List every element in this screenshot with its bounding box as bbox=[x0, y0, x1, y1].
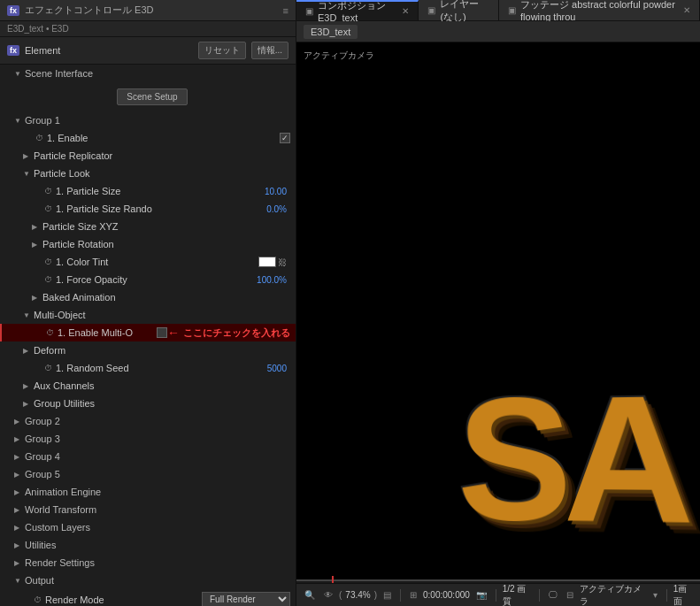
view-mode[interactable]: 1画面 bbox=[673, 583, 695, 607]
rs2-triangle bbox=[14, 559, 23, 567]
3d-sa-text: SA bbox=[458, 368, 685, 550]
output-triangle bbox=[14, 577, 23, 585]
eye-icon[interactable]: 👁 bbox=[321, 590, 335, 600]
rs-label: 1. Random Seed bbox=[56, 363, 267, 373]
screen-icon[interactable]: 🖵 bbox=[546, 590, 560, 600]
bottom-bar: 🔍 👁 ( 73.4% ) ▤ ⊞ 0:00:00:000 📷 1/2 画質 🖵… bbox=[296, 583, 700, 606]
force-opacity-row[interactable]: ⏱ 1. Force Opacity 100.0% bbox=[0, 271, 296, 288]
magnifier-icon[interactable]: 🔍 bbox=[302, 590, 318, 600]
ps-stopwatch: ⏱ bbox=[42, 187, 53, 196]
effect-fx-label: fx bbox=[7, 45, 19, 56]
ct-stopwatch: ⏱ bbox=[42, 257, 53, 266]
enable-checkbox[interactable] bbox=[280, 133, 290, 143]
group2-label: Group 2 bbox=[25, 416, 290, 426]
output-row[interactable]: Output bbox=[0, 571, 296, 589]
effect-path: E3D_text • E3D bbox=[0, 21, 296, 37]
animation-engine-row[interactable]: Animation Engine bbox=[0, 483, 296, 501]
ae-triangle bbox=[14, 488, 23, 496]
ps-xyz-triangle bbox=[32, 223, 41, 231]
deform-row[interactable]: Deform bbox=[0, 341, 296, 359]
wt-label: World Transform bbox=[25, 504, 290, 515]
aux-channels-row[interactable]: Aux Channels bbox=[0, 377, 296, 395]
grid-icon[interactable]: ⊞ bbox=[407, 590, 419, 600]
fo-value[interactable]: 100.0% bbox=[257, 275, 287, 285]
group4-row[interactable]: Group 4 bbox=[0, 448, 296, 465]
enable-row[interactable]: ⏱ 1. Enable bbox=[0, 129, 296, 147]
output-label: Output bbox=[25, 575, 290, 586]
particle-size-row[interactable]: ⏱ 1. Particle Size 10.00 bbox=[0, 182, 296, 200]
panel-menu-icon[interactable]: ≡ bbox=[283, 5, 288, 16]
tab-layer[interactable]: ▣ レイヤー (なし) bbox=[419, 0, 499, 20]
chevron-cam[interactable]: ▾ bbox=[650, 590, 660, 600]
random-seed-row[interactable]: ⏱ 1. Random Seed 5000 bbox=[0, 359, 296, 377]
group-utilities-row[interactable]: Group Utilities bbox=[0, 395, 296, 412]
particle-replicator-triangle bbox=[23, 152, 32, 160]
pr-triangle bbox=[32, 241, 41, 249]
deform-triangle bbox=[23, 347, 32, 355]
info-button[interactable]: 情報... bbox=[251, 42, 288, 59]
chain-icon: ⛓ bbox=[278, 257, 287, 267]
util-triangle bbox=[14, 541, 23, 549]
ps-value[interactable]: 10.00 bbox=[265, 187, 287, 196]
tab-layer-label: レイヤー (なし) bbox=[440, 0, 489, 24]
color-tint-row[interactable]: ⏱ 1. Color Tint ⛓ bbox=[0, 253, 296, 271]
group1-label: Group 1 bbox=[25, 115, 290, 126]
psr-stopwatch: ⏱ bbox=[42, 204, 53, 213]
baked-animation-row[interactable]: Baked Animation bbox=[0, 288, 296, 306]
custom-layers-row[interactable]: Custom Layers bbox=[0, 518, 296, 536]
timecode: 0:00:00:000 bbox=[423, 590, 470, 600]
enable-multiobj-row[interactable]: ⏱ 1. Enable Multi-O ← ここにチェックを入れる bbox=[0, 324, 296, 341]
tab-composition[interactable]: ▣ コンポジション E3D_text ✕ bbox=[296, 0, 419, 20]
group2-row[interactable]: Group 2 bbox=[0, 412, 296, 430]
3d-canvas: SA bbox=[296, 42, 700, 583]
tab-comp-close[interactable]: ✕ bbox=[402, 6, 409, 16]
tab-footage[interactable]: ▣ フッテージ abstract colorful powder flowing… bbox=[499, 0, 700, 20]
pr-label: Particle Rotation bbox=[42, 239, 290, 249]
render-mode-select[interactable]: Full Render bbox=[202, 592, 290, 606]
ps-random-row[interactable]: ⏱ 1. Particle Size Rando 0.0% bbox=[0, 200, 296, 218]
annotation-arrow: ← bbox=[167, 326, 180, 340]
psr-value[interactable]: 0.0% bbox=[266, 204, 287, 214]
particle-look-row[interactable]: Particle Look bbox=[0, 165, 296, 182]
camera-name[interactable]: アクティブカメラ bbox=[580, 583, 647, 607]
emo-label: 1. Enable Multi-O bbox=[58, 327, 157, 338]
tab-footage-close[interactable]: ✕ bbox=[683, 5, 690, 15]
particle-replicator-label: Particle Replicator bbox=[34, 150, 290, 161]
ac-triangle bbox=[23, 382, 32, 390]
camera-small-icon[interactable]: 📷 bbox=[473, 590, 489, 600]
grid2-icon[interactable]: ⊟ bbox=[564, 590, 576, 600]
ba-triangle bbox=[32, 294, 41, 302]
panel-title-bar: fx エフェクトコントロール E3D ≡ bbox=[0, 0, 296, 21]
comp-area: アクティブカメラ SA bbox=[296, 42, 700, 583]
ac-label: Aux Channels bbox=[34, 380, 290, 391]
world-transform-row[interactable]: World Transform bbox=[0, 501, 296, 518]
particle-rotation-row[interactable]: Particle Rotation bbox=[0, 235, 296, 253]
ps-xyz-row[interactable]: Particle Size XYZ bbox=[0, 218, 296, 235]
reset-button[interactable]: リセット bbox=[198, 42, 246, 59]
g2-triangle bbox=[14, 418, 23, 426]
group5-row[interactable]: Group 5 bbox=[0, 465, 296, 483]
scene-setup-button[interactable]: Scene Setup bbox=[117, 88, 187, 105]
fo-label: 1. Force Opacity bbox=[56, 274, 257, 285]
scene-interface-row[interactable]: Scene Interface bbox=[0, 65, 296, 82]
utilities-label: Utilities bbox=[25, 540, 290, 550]
tab-comp-icon: ▣ bbox=[305, 6, 313, 16]
rs-value[interactable]: 5000 bbox=[267, 364, 287, 373]
quality-label[interactable]: 1/2 画質 bbox=[503, 583, 534, 607]
render-settings-row[interactable]: Render Settings bbox=[0, 554, 296, 571]
group1-row[interactable]: Group 1 bbox=[0, 111, 296, 129]
color-swatch[interactable] bbox=[258, 257, 276, 267]
utilities-row[interactable]: Utilities bbox=[0, 536, 296, 554]
group4-label: Group 4 bbox=[25, 451, 290, 462]
sub-tab-bar: E3D_text bbox=[296, 21, 700, 42]
scene-setup-row: Scene Setup bbox=[0, 82, 296, 111]
emo-checkbox[interactable] bbox=[157, 327, 167, 338]
scene-interface-label: Scene Interface bbox=[25, 68, 290, 79]
ps-xyz-label: Particle Size XYZ bbox=[42, 221, 290, 232]
particle-replicator-row[interactable]: Particle Replicator bbox=[0, 147, 296, 165]
zoom-icon[interactable]: ▤ bbox=[381, 590, 394, 600]
multi-object-row[interactable]: Multi-Object bbox=[0, 306, 296, 324]
zoom-value[interactable]: 73.4% bbox=[345, 590, 370, 600]
sub-tab-label[interactable]: E3D_text bbox=[304, 25, 358, 39]
group3-row[interactable]: Group 3 bbox=[0, 430, 296, 448]
